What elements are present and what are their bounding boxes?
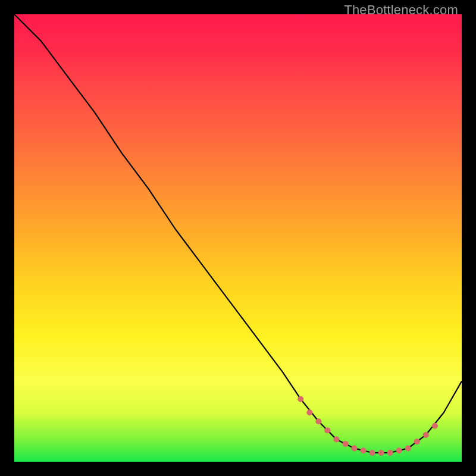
gradient-plot-area bbox=[14, 14, 462, 462]
valley-dot bbox=[315, 418, 321, 424]
valley-dots-group bbox=[298, 396, 438, 456]
valley-dot bbox=[333, 436, 339, 442]
valley-dot bbox=[414, 439, 420, 444]
valley-dot bbox=[324, 427, 330, 433]
valley-dot bbox=[298, 396, 303, 402]
valley-dot bbox=[352, 445, 358, 451]
valley-dot bbox=[396, 447, 402, 453]
valley-dot bbox=[423, 432, 429, 438]
valley-dot bbox=[387, 450, 393, 456]
chart-stage: TheBottleneck.com bbox=[0, 0, 476, 476]
valley-dot bbox=[343, 441, 349, 447]
valley-dot bbox=[369, 450, 375, 456]
valley-dot bbox=[405, 445, 411, 451]
valley-dot bbox=[378, 450, 384, 456]
valley-dot bbox=[361, 447, 367, 453]
bottleneck-curve-line bbox=[14, 14, 462, 453]
curve-svg bbox=[14, 14, 462, 462]
valley-dot bbox=[306, 409, 312, 415]
valley-dot bbox=[432, 423, 438, 429]
